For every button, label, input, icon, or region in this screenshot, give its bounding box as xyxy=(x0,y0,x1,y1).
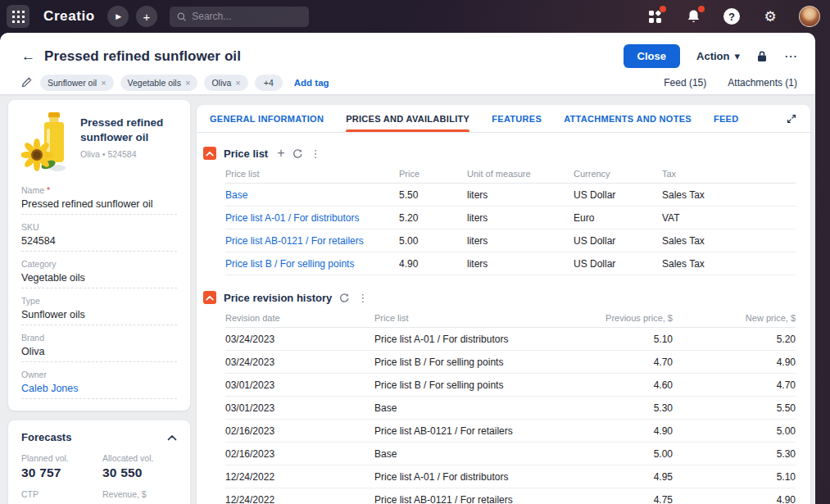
tab-bar-items: GENERAL INFORMATIONPRICES AND AVAILABILI… xyxy=(210,105,738,132)
expand-button[interactable] xyxy=(786,113,797,125)
chevron-up-icon xyxy=(167,434,177,441)
price-revision-table: Revision datePrice listPrevious price, $… xyxy=(225,308,796,504)
cell: VAT xyxy=(662,212,796,224)
attachments-link[interactable]: Attachments (1) xyxy=(728,77,797,89)
tab-general-information[interactable]: GENERAL INFORMATION xyxy=(210,105,324,132)
action-dropdown[interactable]: Action ▾ xyxy=(696,50,740,62)
cell: Price list AB-0121 / For retailers xyxy=(374,425,574,437)
tab-feed[interactable]: FEED xyxy=(714,105,739,132)
column-header: New price, $ xyxy=(673,313,796,323)
app-window: Creatio ▶ + xyxy=(0,0,830,504)
table-row[interactable]: 03/01/2023Price list B / For selling poi… xyxy=(225,374,796,397)
app-launcher-button[interactable] xyxy=(7,5,29,28)
tab-attachments-and-notes[interactable]: ATTACHMENTS AND NOTES xyxy=(564,105,692,132)
header-actions: Close Action ▾ ⋯ xyxy=(624,44,797,68)
profile-field: TypeSunflower oils xyxy=(21,293,177,325)
notifications-button[interactable] xyxy=(683,7,703,26)
lock-button[interactable] xyxy=(756,50,768,62)
cell: 5.30 xyxy=(673,448,796,460)
remove-tag-icon[interactable]: × xyxy=(235,78,240,88)
forecast-metric: CTP741 xyxy=(21,489,96,504)
table-row[interactable]: Base5.50litersUS DollarSales Tax xyxy=(225,184,796,207)
tag-chip[interactable]: Sunflower oil× xyxy=(40,75,114,91)
tag-list: Sunflower oil×Vegetable oils×Oliva×+4 xyxy=(40,75,283,91)
table-row[interactable]: Price list A-01 / For distributors5.20li… xyxy=(225,207,796,229)
price-list-menu-button[interactable]: ⋮ xyxy=(311,148,321,160)
field-value: Sunflower oils xyxy=(21,309,177,320)
collapse-section-button[interactable] xyxy=(203,147,216,160)
content-shell: ← Pressed refined sunflower oil Close Ac… xyxy=(0,33,815,504)
collapse-forecasts-button[interactable] xyxy=(167,434,177,441)
remove-tag-icon[interactable]: × xyxy=(185,78,190,88)
cell: 4.70 xyxy=(574,356,673,368)
global-search[interactable] xyxy=(170,7,309,27)
record-link[interactable]: Price list AB-0121 / For retailers xyxy=(225,235,399,247)
chevron-up-icon xyxy=(206,151,214,157)
profile-head-text: Pressed refined sunflower oil Oliva • 52… xyxy=(80,112,177,173)
add-price-button[interactable]: + xyxy=(277,146,284,161)
revision-menu-button[interactable]: ⋮ xyxy=(357,292,368,304)
column-header: Unit of measure xyxy=(467,169,574,179)
close-button[interactable]: Close xyxy=(624,44,680,68)
metric-value: 30 550 xyxy=(102,465,177,480)
profile-field: BrandOliva xyxy=(21,330,177,362)
back-button[interactable]: ← xyxy=(21,48,35,65)
table-row[interactable]: 03/24/2023Price list B / For selling poi… xyxy=(225,351,796,374)
cell: liters xyxy=(467,235,574,247)
tab-prices-and-availability[interactable]: PRICES AND AVAILABILITY xyxy=(346,105,469,132)
more-options-button[interactable]: ⋯ xyxy=(784,48,797,64)
table-row[interactable]: 02/16/2023Price list AB-0121 / For retai… xyxy=(225,420,796,443)
remove-tag-icon[interactable]: × xyxy=(101,78,106,88)
help-icon: ? xyxy=(723,8,740,25)
search-input[interactable] xyxy=(192,11,302,22)
workplace-menu-button[interactable] xyxy=(645,7,664,26)
settings-button[interactable]: ⚙ xyxy=(760,7,780,26)
profile-field: OwnerCaleb Jones xyxy=(21,367,177,399)
field-label: Type xyxy=(21,296,177,306)
record-link[interactable]: Base xyxy=(225,189,399,201)
bell-icon xyxy=(687,9,701,24)
cell: 5.00 xyxy=(399,235,467,247)
add-tag-link[interactable]: Add tag xyxy=(294,78,329,88)
table-row[interactable]: Price list B / For selling points4.90lit… xyxy=(225,252,796,275)
refresh-revision-button[interactable] xyxy=(339,293,350,303)
table-row[interactable]: 03/01/2023Base5.305.50 xyxy=(225,397,796,420)
column-header: Revision date xyxy=(225,313,374,323)
table-row[interactable]: 03/24/2023Price list A-01 / For distribu… xyxy=(225,328,796,351)
collapse-section-button[interactable] xyxy=(203,291,216,304)
gear-icon: ⚙ xyxy=(764,8,776,25)
edit-tags-button[interactable] xyxy=(21,77,32,89)
table-row[interactable]: Price list AB-0121 / For retailers5.00li… xyxy=(225,229,796,252)
table-header-row: Revision datePrice listPrevious price, $… xyxy=(225,308,796,328)
tag-chip[interactable]: Vegetable oils× xyxy=(120,75,198,91)
notification-dot xyxy=(698,6,705,12)
price-revision-title: Price revision history xyxy=(224,292,332,304)
field-value: Vegetable oils xyxy=(21,272,177,284)
help-button[interactable]: ? xyxy=(722,7,742,26)
forecast-metrics: Planned vol.30 757Allocated vol.30 550CT… xyxy=(21,453,177,504)
table-row[interactable]: 02/16/2023Base5.005.30 xyxy=(225,443,796,465)
field-value: Pressed refined sunflower oil xyxy=(21,198,177,210)
record-link[interactable]: Price list B / For selling points xyxy=(225,258,399,270)
cell: Price list A-01 / For distributors xyxy=(374,471,574,483)
cell: Euro xyxy=(574,212,662,224)
product-image xyxy=(21,112,70,173)
feed-link[interactable]: Feed (15) xyxy=(664,77,706,89)
table-row[interactable]: 12/24/2022Price list AB-0121 / For retai… xyxy=(225,488,796,504)
tab-features[interactable]: FEATURES xyxy=(492,105,542,132)
forecasts-card: Forecasts Planned vol.30 757Allocated vo… xyxy=(8,420,190,504)
quick-add-button[interactable]: + xyxy=(136,6,157,27)
field-value: 524584 xyxy=(21,235,177,247)
record-header: ← Pressed refined sunflower oil Close Ac… xyxy=(0,33,815,94)
run-process-button[interactable]: ▶ xyxy=(107,6,129,27)
field-value[interactable]: Caleb Jones xyxy=(21,383,177,394)
record-link[interactable]: Price list A-01 / For distributors xyxy=(225,212,399,224)
cell: 4.75 xyxy=(574,494,673,504)
cell: US Dollar xyxy=(574,258,662,270)
cell: 5.50 xyxy=(673,402,796,414)
user-avatar[interactable] xyxy=(799,6,820,27)
more-tags-chip[interactable]: +4 xyxy=(255,75,283,91)
tag-chip[interactable]: Oliva× xyxy=(204,75,247,91)
refresh-price-list-button[interactable] xyxy=(293,148,303,159)
table-row[interactable]: 12/24/2022Price list A-01 / For distribu… xyxy=(225,465,796,488)
